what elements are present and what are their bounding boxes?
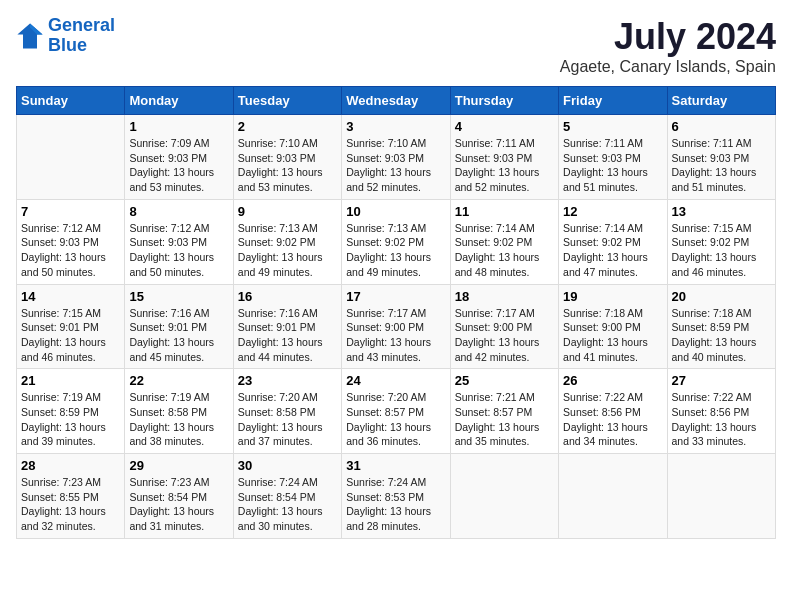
day-info: Sunrise: 7:21 AM Sunset: 8:57 PM Dayligh… xyxy=(455,390,554,449)
day-number: 19 xyxy=(563,289,662,304)
day-info: Sunrise: 7:12 AM Sunset: 9:03 PM Dayligh… xyxy=(129,221,228,280)
calendar-cell: 15Sunrise: 7:16 AM Sunset: 9:01 PM Dayli… xyxy=(125,284,233,369)
day-number: 5 xyxy=(563,119,662,134)
day-info: Sunrise: 7:13 AM Sunset: 9:02 PM Dayligh… xyxy=(238,221,337,280)
weekday-header-tuesday: Tuesday xyxy=(233,87,341,115)
logo-text: General Blue xyxy=(48,16,115,56)
logo: General Blue xyxy=(16,16,115,56)
day-info: Sunrise: 7:23 AM Sunset: 8:55 PM Dayligh… xyxy=(21,475,120,534)
calendar-cell: 26Sunrise: 7:22 AM Sunset: 8:56 PM Dayli… xyxy=(559,369,667,454)
calendar-cell: 18Sunrise: 7:17 AM Sunset: 9:00 PM Dayli… xyxy=(450,284,558,369)
calendar-cell: 27Sunrise: 7:22 AM Sunset: 8:56 PM Dayli… xyxy=(667,369,775,454)
location-title: Agaete, Canary Islands, Spain xyxy=(560,58,776,76)
day-number: 23 xyxy=(238,373,337,388)
calendar-week-row: 28Sunrise: 7:23 AM Sunset: 8:55 PM Dayli… xyxy=(17,454,776,539)
day-number: 2 xyxy=(238,119,337,134)
day-number: 18 xyxy=(455,289,554,304)
weekday-header-wednesday: Wednesday xyxy=(342,87,450,115)
day-number: 17 xyxy=(346,289,445,304)
calendar-cell: 24Sunrise: 7:20 AM Sunset: 8:57 PM Dayli… xyxy=(342,369,450,454)
day-number: 31 xyxy=(346,458,445,473)
day-number: 14 xyxy=(21,289,120,304)
day-number: 1 xyxy=(129,119,228,134)
day-info: Sunrise: 7:17 AM Sunset: 9:00 PM Dayligh… xyxy=(346,306,445,365)
day-info: Sunrise: 7:14 AM Sunset: 9:02 PM Dayligh… xyxy=(455,221,554,280)
day-number: 6 xyxy=(672,119,771,134)
calendar-cell: 19Sunrise: 7:18 AM Sunset: 9:00 PM Dayli… xyxy=(559,284,667,369)
calendar-cell xyxy=(450,454,558,539)
day-number: 13 xyxy=(672,204,771,219)
calendar-cell: 17Sunrise: 7:17 AM Sunset: 9:00 PM Dayli… xyxy=(342,284,450,369)
day-info: Sunrise: 7:12 AM Sunset: 9:03 PM Dayligh… xyxy=(21,221,120,280)
calendar-cell: 14Sunrise: 7:15 AM Sunset: 9:01 PM Dayli… xyxy=(17,284,125,369)
weekday-header-saturday: Saturday xyxy=(667,87,775,115)
day-info: Sunrise: 7:24 AM Sunset: 8:54 PM Dayligh… xyxy=(238,475,337,534)
day-info: Sunrise: 7:17 AM Sunset: 9:00 PM Dayligh… xyxy=(455,306,554,365)
day-info: Sunrise: 7:22 AM Sunset: 8:56 PM Dayligh… xyxy=(672,390,771,449)
day-info: Sunrise: 7:18 AM Sunset: 8:59 PM Dayligh… xyxy=(672,306,771,365)
day-info: Sunrise: 7:20 AM Sunset: 8:57 PM Dayligh… xyxy=(346,390,445,449)
calendar-cell xyxy=(17,115,125,200)
calendar-cell: 3Sunrise: 7:10 AM Sunset: 9:03 PM Daylig… xyxy=(342,115,450,200)
month-title: July 2024 xyxy=(560,16,776,58)
page-header: General Blue July 2024 Agaete, Canary Is… xyxy=(16,16,776,76)
day-info: Sunrise: 7:20 AM Sunset: 8:58 PM Dayligh… xyxy=(238,390,337,449)
calendar-cell: 13Sunrise: 7:15 AM Sunset: 9:02 PM Dayli… xyxy=(667,199,775,284)
day-info: Sunrise: 7:24 AM Sunset: 8:53 PM Dayligh… xyxy=(346,475,445,534)
day-info: Sunrise: 7:15 AM Sunset: 9:02 PM Dayligh… xyxy=(672,221,771,280)
calendar-cell: 10Sunrise: 7:13 AM Sunset: 9:02 PM Dayli… xyxy=(342,199,450,284)
weekday-header-friday: Friday xyxy=(559,87,667,115)
day-number: 15 xyxy=(129,289,228,304)
calendar-cell: 23Sunrise: 7:20 AM Sunset: 8:58 PM Dayli… xyxy=(233,369,341,454)
calendar-cell: 21Sunrise: 7:19 AM Sunset: 8:59 PM Dayli… xyxy=(17,369,125,454)
calendar-cell: 9Sunrise: 7:13 AM Sunset: 9:02 PM Daylig… xyxy=(233,199,341,284)
calendar-cell: 31Sunrise: 7:24 AM Sunset: 8:53 PM Dayli… xyxy=(342,454,450,539)
calendar-week-row: 14Sunrise: 7:15 AM Sunset: 9:01 PM Dayli… xyxy=(17,284,776,369)
weekday-header-sunday: Sunday xyxy=(17,87,125,115)
calendar-cell: 4Sunrise: 7:11 AM Sunset: 9:03 PM Daylig… xyxy=(450,115,558,200)
day-info: Sunrise: 7:16 AM Sunset: 9:01 PM Dayligh… xyxy=(129,306,228,365)
day-number: 7 xyxy=(21,204,120,219)
calendar-week-row: 1Sunrise: 7:09 AM Sunset: 9:03 PM Daylig… xyxy=(17,115,776,200)
weekday-header-monday: Monday xyxy=(125,87,233,115)
day-number: 25 xyxy=(455,373,554,388)
calendar-cell: 11Sunrise: 7:14 AM Sunset: 9:02 PM Dayli… xyxy=(450,199,558,284)
calendar-cell: 12Sunrise: 7:14 AM Sunset: 9:02 PM Dayli… xyxy=(559,199,667,284)
calendar-cell: 5Sunrise: 7:11 AM Sunset: 9:03 PM Daylig… xyxy=(559,115,667,200)
day-number: 22 xyxy=(129,373,228,388)
day-number: 26 xyxy=(563,373,662,388)
day-info: Sunrise: 7:11 AM Sunset: 9:03 PM Dayligh… xyxy=(455,136,554,195)
day-number: 3 xyxy=(346,119,445,134)
calendar-table: SundayMondayTuesdayWednesdayThursdayFrid… xyxy=(16,86,776,539)
day-number: 16 xyxy=(238,289,337,304)
calendar-cell: 20Sunrise: 7:18 AM Sunset: 8:59 PM Dayli… xyxy=(667,284,775,369)
day-info: Sunrise: 7:11 AM Sunset: 9:03 PM Dayligh… xyxy=(672,136,771,195)
calendar-cell xyxy=(559,454,667,539)
calendar-cell: 7Sunrise: 7:12 AM Sunset: 9:03 PM Daylig… xyxy=(17,199,125,284)
calendar-cell: 22Sunrise: 7:19 AM Sunset: 8:58 PM Dayli… xyxy=(125,369,233,454)
calendar-cell: 1Sunrise: 7:09 AM Sunset: 9:03 PM Daylig… xyxy=(125,115,233,200)
weekday-header-thursday: Thursday xyxy=(450,87,558,115)
day-info: Sunrise: 7:19 AM Sunset: 8:58 PM Dayligh… xyxy=(129,390,228,449)
day-info: Sunrise: 7:18 AM Sunset: 9:00 PM Dayligh… xyxy=(563,306,662,365)
day-number: 21 xyxy=(21,373,120,388)
day-number: 9 xyxy=(238,204,337,219)
calendar-cell xyxy=(667,454,775,539)
day-number: 29 xyxy=(129,458,228,473)
calendar-week-row: 7Sunrise: 7:12 AM Sunset: 9:03 PM Daylig… xyxy=(17,199,776,284)
calendar-cell: 25Sunrise: 7:21 AM Sunset: 8:57 PM Dayli… xyxy=(450,369,558,454)
day-info: Sunrise: 7:10 AM Sunset: 9:03 PM Dayligh… xyxy=(346,136,445,195)
day-number: 27 xyxy=(672,373,771,388)
calendar-cell: 16Sunrise: 7:16 AM Sunset: 9:01 PM Dayli… xyxy=(233,284,341,369)
day-number: 4 xyxy=(455,119,554,134)
day-number: 28 xyxy=(21,458,120,473)
day-number: 10 xyxy=(346,204,445,219)
calendar-cell: 30Sunrise: 7:24 AM Sunset: 8:54 PM Dayli… xyxy=(233,454,341,539)
day-number: 24 xyxy=(346,373,445,388)
calendar-cell: 6Sunrise: 7:11 AM Sunset: 9:03 PM Daylig… xyxy=(667,115,775,200)
calendar-cell: 28Sunrise: 7:23 AM Sunset: 8:55 PM Dayli… xyxy=(17,454,125,539)
day-info: Sunrise: 7:10 AM Sunset: 9:03 PM Dayligh… xyxy=(238,136,337,195)
day-info: Sunrise: 7:23 AM Sunset: 8:54 PM Dayligh… xyxy=(129,475,228,534)
calendar-cell: 8Sunrise: 7:12 AM Sunset: 9:03 PM Daylig… xyxy=(125,199,233,284)
day-number: 8 xyxy=(129,204,228,219)
